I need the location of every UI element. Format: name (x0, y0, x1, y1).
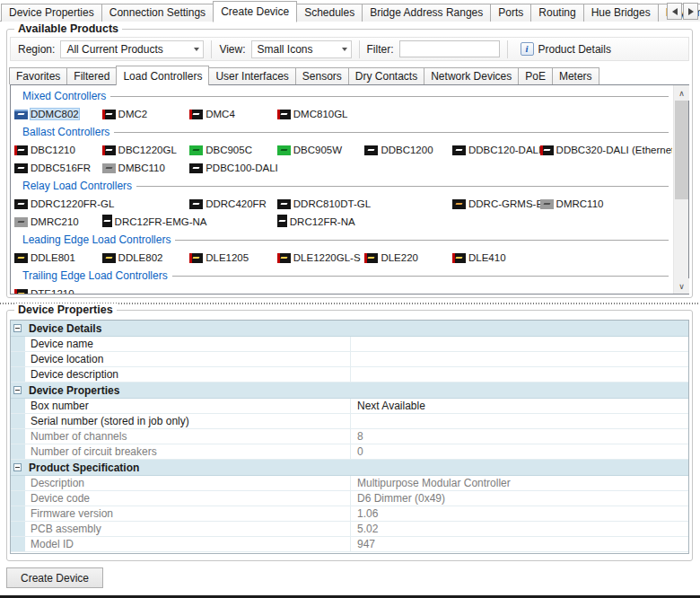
product-item-dmc4[interactable]: DMC4 (189, 107, 235, 121)
main-tab-device-properties[interactable]: Device Properties (1, 4, 102, 22)
product-item-ddrc-grms-e[interactable]: DDRC-GRMS-E (452, 197, 543, 211)
view-label: View: (219, 43, 245, 56)
category-header-mixed-controllers[interactable]: Mixed Controllers (12, 87, 672, 105)
category-rule (172, 276, 669, 277)
category-header-ballast-controllers[interactable]: Ballast Controllers (12, 123, 672, 141)
product-tab-sensors[interactable]: Sensors (295, 67, 349, 84)
scrollbar-down-button[interactable]: ∨ (674, 278, 689, 294)
property-value: 8 (351, 429, 688, 444)
product-label: DDBC120-DALI (468, 145, 541, 155)
category-rule (110, 96, 669, 97)
product-item-dmc810gl[interactable]: DMC810GL (277, 107, 348, 121)
main-tab-connection-settings[interactable]: Connection Settings (101, 4, 214, 22)
product-label: PDBC100-DALI (206, 163, 278, 173)
product-item-ddbc1200[interactable]: DDBC1200 (364, 143, 433, 157)
product-tab-dry-contacts[interactable]: Dry Contacts (348, 67, 424, 84)
product-item-dbc1220gl[interactable]: DBC1220GL (102, 143, 177, 157)
scrollbar-up-button[interactable]: ∧ (674, 85, 689, 101)
product-item-dbc1210[interactable]: DBC1210 (14, 143, 75, 157)
main-tab-ports[interactable]: Ports (490, 4, 531, 22)
grid-category-device-properties[interactable]: Device Properties (11, 383, 688, 399)
product-item-ddle801[interactable]: DDLE801 (14, 251, 75, 265)
property-value[interactable] (351, 352, 688, 366)
product-item-pdbc100-dali[interactable]: PDBC100-DALI (189, 161, 278, 175)
filter-input[interactable] (399, 40, 500, 57)
product-item-dle1205[interactable]: DLE1205 (189, 251, 249, 265)
product-row: DDLE801DDLE802DLE1205DLE1220GL-SDLE220DL… (12, 249, 672, 267)
main-tab-create-device[interactable]: Create Device (213, 1, 297, 22)
property-row-device-code: Device codeD6 Dimmer (0x49) (11, 491, 688, 506)
category-header-leading-edge-load-controllers[interactable]: Leading Edge Load Controllers (12, 231, 672, 249)
product-tab-meters[interactable]: Meters (552, 67, 599, 84)
product-item-dmbc110[interactable]: DMBC110 (102, 161, 165, 175)
product-item-dte1210[interactable]: DTE1210 (14, 286, 74, 294)
category-header-trailing-edge-load-controllers[interactable]: Trailing Edge Load Controllers (12, 267, 672, 285)
device-icon (189, 199, 203, 209)
product-tab-filtered[interactable]: Filtered (66, 67, 117, 84)
product-item-ddbc120-dali[interactable]: DDBC120-DALI (452, 143, 541, 157)
device-icon (189, 145, 203, 155)
product-item-ddmc802[interactable]: DDMC802 (14, 107, 79, 121)
product-item-dbc905c[interactable]: DBC905C (189, 143, 252, 157)
main-tab-schedules[interactable]: Schedules (296, 4, 363, 22)
region-combobox[interactable]: All Current Products (60, 40, 204, 58)
property-value[interactable] (351, 337, 688, 351)
tab-scroll-left-button[interactable] (667, 3, 682, 20)
main-tab-bridge-address-ranges[interactable]: Bridge Address Ranges (362, 4, 491, 22)
product-tab-network-devices[interactable]: Network Devices (424, 67, 519, 84)
product-label: DDRC1220FR-GL (31, 198, 114, 209)
product-list-scrollbar[interactable]: ∧ ∨ (673, 85, 688, 294)
grid-category-product-specification[interactable]: Product Specification (11, 460, 688, 476)
collapse-icon[interactable] (13, 324, 22, 332)
scrollbar-thumb[interactable] (675, 101, 688, 199)
device-icon (14, 217, 28, 227)
product-item-ddrc810dt-gl[interactable]: DDRC810DT-GL (277, 197, 371, 211)
product-tab-user-interfaces[interactable]: User Interfaces (208, 67, 295, 84)
product-tab-load-controllers[interactable]: Load Controllers (116, 66, 209, 85)
property-row-device-name: Device name (11, 337, 688, 352)
tab-scroll-buttons (666, 3, 698, 20)
product-item-dle1220gl-s[interactable]: DLE1220GL-S (277, 251, 361, 265)
category-header-relay-load-controllers[interactable]: Relay Load Controllers (12, 177, 672, 195)
collapse-icon[interactable] (13, 386, 22, 394)
product-item-dmrc210[interactable]: DMRC210 (14, 215, 79, 229)
product-item-dmrc110[interactable]: DMRC110 (540, 197, 604, 211)
product-item-dmc2[interactable]: DMC2 (102, 107, 148, 121)
product-item-drc12fr-na[interactable]: DRC12FR-NA (277, 215, 355, 229)
property-label: Device code (25, 491, 351, 506)
main-tab-hue-bridges[interactable]: Hue Bridges (583, 4, 659, 22)
device-icon (102, 145, 116, 155)
property-value[interactable] (351, 414, 688, 428)
product-item-ddbc516fr[interactable]: DDBC516FR (14, 161, 91, 175)
device-icon (189, 253, 203, 263)
product-item-dle410[interactable]: DLE410 (452, 251, 506, 265)
product-label: DDLE802 (118, 252, 163, 263)
product-item-ddbc320-dali-ethernet[interactable]: DDBC320-DALI (Ethernet) (540, 143, 672, 157)
property-value[interactable]: Next Available (351, 399, 688, 413)
product-item-ddrc420fr[interactable]: DDRC420FR (189, 197, 267, 211)
product-item-ddrc1220fr-gl[interactable]: DDRC1220FR-GL (14, 197, 114, 211)
product-tab-poe[interactable]: PoE (518, 67, 553, 84)
product-details-button[interactable]: i Product Details (515, 40, 617, 57)
main-tab-routing[interactable]: Routing (530, 4, 583, 22)
product-item-dle220[interactable]: DLE220 (364, 251, 418, 265)
device-icon (452, 145, 466, 155)
product-item-ddle802[interactable]: DDLE802 (102, 251, 163, 265)
available-products-group: Available Products Region: All Current P… (6, 29, 693, 298)
grid-category-device-details[interactable]: Device Details (11, 321, 688, 337)
property-value[interactable] (351, 367, 688, 382)
tab-scroll-right-button[interactable] (683, 3, 698, 20)
product-item-drc12fr-emg-na[interactable]: DRC12FR-EMG-NA (102, 215, 207, 229)
product-tab-favorites[interactable]: Favorites (9, 67, 67, 84)
toolbar-separator (359, 40, 360, 58)
device-icon (364, 253, 378, 263)
property-row-number-of-circuit-breakers: Number of circuit breakers0 (11, 444, 688, 460)
product-item-dbc905w[interactable]: DBC905W (277, 143, 342, 157)
category-label: Trailing Edge Load Controllers (22, 269, 168, 282)
collapse-icon[interactable] (13, 463, 22, 471)
property-label: Model ID (25, 537, 351, 551)
create-device-button[interactable]: Create Device (6, 567, 103, 588)
property-row-model-id: Model ID947 (11, 537, 688, 552)
view-combobox[interactable]: Small Icons (251, 40, 352, 58)
filter-label: Filter: (367, 43, 394, 56)
